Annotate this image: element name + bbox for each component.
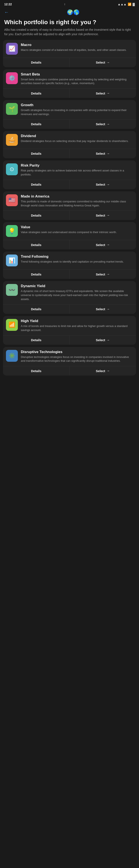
card-description-made-in-america: This portfolio is made of domestic compa… — [21, 199, 133, 208]
select-button-disruptive-technologies[interactable]: Select → — [70, 366, 136, 375]
card-icon-trend-following: 📊 — [6, 254, 18, 267]
card-title-dividend: Dividend — [21, 134, 133, 138]
card-description-disruptive-technologies: Disruptive technologies strategies focus… — [21, 355, 133, 363]
details-button-dividend[interactable]: Details — [3, 149, 70, 158]
card-description-dynamic-yield: A dynamic mix of short term treasury ETF… — [21, 289, 133, 301]
details-button-macro[interactable]: Details — [3, 58, 70, 67]
select-arrow-trend-following: → — [107, 272, 110, 276]
card-description-smart-beta: Smart beta strategies combine passive an… — [21, 78, 133, 86]
card-content-macro: Macro Macro strategies consist of a bala… — [21, 43, 133, 52]
status-time: 12:22 — [4, 3, 12, 6]
details-button-made-in-america[interactable]: Details — [3, 211, 70, 220]
card-icon-dividend: 🥧 — [6, 134, 18, 146]
card-icon-value: 💡 — [6, 225, 18, 237]
select-button-risk-parity[interactable]: Select → — [70, 180, 136, 189]
page-subtitle: Allio has created a variety of easy to c… — [0, 28, 139, 40]
card-actions-dividend: Details Select → — [3, 149, 136, 158]
portfolio-card-made-in-america: 🇺🇸 Made in America This portfolio is mad… — [3, 191, 136, 220]
card-main-high-yield: 📶 High Yield A mix of bonds and treasuri… — [3, 316, 136, 335]
status-icons: ▲▲▲ 📶 ▓ — [117, 3, 135, 6]
card-actions-value: Details Select → — [3, 240, 136, 249]
status-arrow: ↑ — [64, 3, 65, 6]
card-title-macro: Macro — [21, 43, 133, 47]
select-button-value[interactable]: Select → — [70, 240, 136, 249]
status-bar: 12:22 ↑ ▲▲▲ 📶 ▓ — [0, 0, 139, 8]
portfolio-card-value: 💡 Value Value strategies seek out underv… — [3, 222, 136, 249]
card-icon-dynamic-yield: 〰️ — [6, 284, 18, 296]
card-title-high-yield: High Yield — [21, 319, 133, 323]
details-button-value[interactable]: Details — [3, 240, 70, 249]
card-main-growth: 🌱 Growth Growth strategies focus on inve… — [3, 100, 136, 119]
portfolio-card-disruptive-technologies: ✳️ Disruptive Technologies Disruptive te… — [3, 347, 136, 376]
card-actions-made-in-america: Details Select → — [3, 211, 136, 220]
card-icon-high-yield: 📶 — [6, 319, 18, 331]
card-main-trend-following: 📊 Trend Following Trend following strate… — [3, 252, 136, 269]
select-button-growth[interactable]: Select → — [70, 120, 136, 129]
select-button-dynamic-yield[interactable]: Select → — [70, 305, 136, 314]
card-main-dynamic-yield: 〰️ Dynamic Yield A dynamic mix of short … — [3, 281, 136, 304]
details-button-risk-parity[interactable]: Details — [3, 180, 70, 189]
select-arrow-risk-parity: → — [107, 183, 110, 186]
select-button-dividend[interactable]: Select → — [70, 149, 136, 158]
select-arrow-value: → — [107, 243, 110, 247]
portfolio-card-high-yield: 📶 High Yield A mix of bonds and treasuri… — [3, 316, 136, 345]
select-arrow-made-in-america: → — [107, 213, 110, 217]
details-button-growth[interactable]: Details — [3, 120, 70, 129]
portfolio-card-risk-parity: ⊙ Risk Parity Risk parity strategies aim… — [3, 160, 136, 189]
select-arrow-macro: → — [107, 61, 110, 64]
portfolio-card-smart-beta: ⚙️ Smart Beta Smart beta strategies comb… — [3, 69, 136, 98]
card-content-smart-beta: Smart Beta Smart beta strategies combine… — [21, 72, 133, 86]
card-actions-macro: Details Select → — [3, 58, 136, 67]
card-title-value: Value — [21, 225, 133, 229]
page-title: Which portfolio is right for you ? — [0, 16, 139, 28]
card-description-macro: Macro strategies consist of a balanced m… — [21, 48, 133, 52]
details-button-trend-following[interactable]: Details — [3, 270, 70, 279]
card-icon-disruptive-technologies: ✳️ — [6, 350, 18, 362]
card-title-made-in-america: Made in America — [21, 194, 133, 198]
portfolio-card-dividend: 🥧 Dividend Dividend strategies focus on … — [3, 131, 136, 158]
card-main-risk-parity: ⊙ Risk Parity Risk parity strategies aim… — [3, 160, 136, 180]
select-button-trend-following[interactable]: Select → — [70, 270, 136, 279]
header: ← 🌍🌎 — [0, 8, 139, 16]
card-actions-smart-beta: Details Select → — [3, 88, 136, 98]
card-title-trend-following: Trend Following — [21, 254, 133, 259]
card-icon-macro: 📈 — [6, 43, 18, 55]
select-button-high-yield[interactable]: Select → — [70, 336, 136, 345]
card-title-risk-parity: Risk Parity — [21, 163, 133, 167]
details-button-high-yield[interactable]: Details — [3, 336, 70, 345]
card-actions-dynamic-yield: Details Select → — [3, 304, 136, 314]
portfolio-card-growth: 🌱 Growth Growth strategies focus on inve… — [3, 100, 136, 129]
select-arrow-smart-beta: → — [107, 91, 110, 95]
back-button[interactable]: ← — [4, 9, 9, 15]
card-title-disruptive-technologies: Disruptive Technologies — [21, 350, 133, 354]
card-actions-trend-following: Details Select → — [3, 269, 136, 279]
card-main-macro: 📈 Macro Macro strategies consist of a ba… — [3, 40, 136, 58]
card-content-value: Value Value strategies seek out underval… — [21, 225, 133, 235]
card-main-smart-beta: ⚙️ Smart Beta Smart beta strategies comb… — [3, 69, 136, 89]
select-arrow-dynamic-yield: → — [107, 307, 110, 311]
select-arrow-high-yield: → — [107, 338, 110, 342]
card-content-made-in-america: Made in America This portfolio is made o… — [21, 194, 133, 208]
card-content-dynamic-yield: Dynamic Yield A dynamic mix of short ter… — [21, 284, 133, 301]
portfolio-list: 📈 Macro Macro strategies consist of a ba… — [0, 40, 139, 382]
card-description-risk-parity: Risk parity strategies aim to achieve ba… — [21, 169, 133, 177]
card-icon-made-in-america: 🇺🇸 — [6, 194, 18, 206]
card-title-growth: Growth — [21, 103, 133, 107]
card-content-risk-parity: Risk Parity Risk parity strategies aim t… — [21, 163, 133, 177]
select-button-made-in-america[interactable]: Select → — [70, 211, 136, 220]
card-content-high-yield: High Yield A mix of bonds and treasuries… — [21, 319, 133, 332]
header-logo: 🌍🌎 — [67, 9, 80, 15]
card-icon-growth: 🌱 — [6, 103, 18, 115]
card-content-growth: Growth Growth strategies focus on invest… — [21, 103, 133, 116]
details-button-disruptive-technologies[interactable]: Details — [3, 366, 70, 375]
card-title-dynamic-yield: Dynamic Yield — [21, 284, 133, 288]
portfolio-card-trend-following: 📊 Trend Following Trend following strate… — [3, 252, 136, 279]
select-button-smart-beta[interactable]: Select → — [70, 89, 136, 98]
card-description-high-yield: A mix of bonds and treasuries to limit r… — [21, 324, 133, 332]
card-actions-high-yield: Details Select → — [3, 335, 136, 345]
card-actions-disruptive-technologies: Details Select → — [3, 366, 136, 375]
card-icon-risk-parity: ⊙ — [6, 163, 18, 175]
details-button-smart-beta[interactable]: Details — [3, 89, 70, 98]
details-button-dynamic-yield[interactable]: Details — [3, 305, 70, 314]
select-button-macro[interactable]: Select → — [70, 58, 136, 67]
